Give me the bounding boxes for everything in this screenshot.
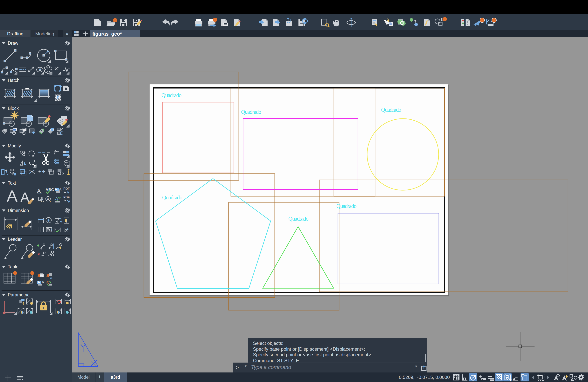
svg-text:.1: .1 — [50, 228, 52, 232]
svg-text:A: A — [42, 280, 44, 284]
svg-text:A: A — [59, 188, 62, 192]
svg-text:A: A — [66, 190, 69, 195]
svg-text:x: x — [67, 227, 69, 231]
svg-text:PDF: PDF — [63, 196, 70, 199]
svg-text:A: A — [47, 197, 49, 201]
svg-text:A: A — [41, 198, 44, 203]
svg-text:A: A — [37, 188, 41, 194]
svg-text:PDF: PDF — [63, 187, 70, 191]
svg-text:A: A — [55, 196, 58, 201]
svg-text:A: A — [7, 187, 18, 205]
